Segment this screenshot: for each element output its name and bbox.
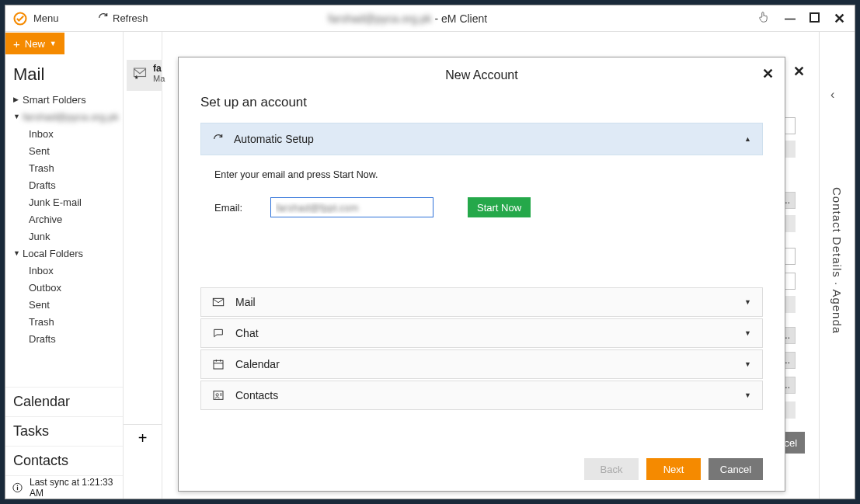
nav-tasks[interactable]: Tasks bbox=[5, 416, 123, 446]
svg-rect-3 bbox=[17, 486, 18, 489]
app-window: Menu farshad@pyca.org.pk - eM Client — ✕… bbox=[5, 5, 855, 499]
maximize-button[interactable] bbox=[810, 12, 820, 25]
section-mail[interactable]: Mail bbox=[5, 55, 123, 91]
folder-sent[interactable]: Sent bbox=[5, 142, 123, 159]
dialog-title: New Account bbox=[179, 57, 785, 87]
category-chat[interactable]: Chat ▼ bbox=[200, 318, 763, 348]
folder-junk[interactable]: Junk bbox=[5, 228, 123, 245]
minimize-button[interactable]: — bbox=[785, 12, 796, 25]
message-list: ★ fa Ma + bbox=[124, 32, 162, 499]
category-contacts[interactable]: Contacts ▼ bbox=[200, 381, 763, 410]
window-title: farshad@pyca.org.pk - eM Client bbox=[59, 12, 757, 25]
new-account-dialog: New Account ✕ Set up an account Automati… bbox=[178, 57, 785, 492]
folder-inbox[interactable]: Inbox bbox=[5, 125, 123, 142]
instruction-text: Enter your email and press Start Now. bbox=[214, 169, 763, 180]
right-sidebar-label[interactable]: Contact Details · Agenda bbox=[830, 187, 844, 334]
cancel-button[interactable]: Cancel bbox=[709, 458, 763, 480]
email-input[interactable] bbox=[270, 197, 433, 217]
calendar-icon bbox=[212, 358, 225, 370]
svg-rect-1 bbox=[810, 13, 819, 22]
chat-icon bbox=[212, 327, 225, 339]
close-button[interactable]: ✕ bbox=[834, 10, 845, 27]
svg-text:★: ★ bbox=[134, 75, 138, 80]
menu-button[interactable]: Menu bbox=[33, 12, 59, 24]
new-button[interactable]: +New▼ bbox=[5, 33, 64, 54]
category-mail[interactable]: Mail ▼ bbox=[200, 287, 763, 317]
nav-contacts[interactable]: Contacts bbox=[5, 446, 123, 475]
automatic-setup-section[interactable]: Automatic Setup ▲ bbox=[200, 123, 763, 155]
local-outbox[interactable]: Outbox bbox=[5, 279, 123, 296]
svg-point-13 bbox=[216, 394, 218, 396]
message-item[interactable]: ★ fa Ma bbox=[127, 60, 162, 91]
local-drafts[interactable]: Drafts bbox=[5, 330, 123, 347]
content-area: Refresh ★ fa Ma + s... bbox=[124, 32, 820, 499]
local-sent[interactable]: Sent bbox=[5, 296, 123, 313]
svg-rect-8 bbox=[214, 360, 223, 369]
collapse-chevron-icon[interactable]: ‹ bbox=[830, 88, 834, 102]
folder-tree: ▶Smart Folders ▼farshad@pyca.org.pk Inbo… bbox=[5, 91, 123, 347]
local-folders[interactable]: ▼Local Folders bbox=[5, 245, 123, 262]
envelope-icon: ★ bbox=[131, 64, 148, 82]
caret-up-icon: ▲ bbox=[744, 135, 751, 143]
folder-trash[interactable]: Trash bbox=[5, 159, 123, 176]
email-label: Email: bbox=[214, 202, 245, 214]
start-now-button[interactable]: Start Now bbox=[468, 197, 531, 217]
local-inbox[interactable]: Inbox bbox=[5, 262, 123, 279]
mail-icon bbox=[212, 296, 225, 308]
sidebar: +New▼ Mail ▶Smart Folders ▼farshad@pyca.… bbox=[5, 32, 124, 499]
account-node[interactable]: ▼farshad@pyca.org.pk bbox=[5, 108, 123, 125]
caret-down-icon: ▼ bbox=[744, 360, 751, 368]
local-trash[interactable]: Trash bbox=[5, 313, 123, 330]
right-sidebar: ‹ Contact Details · Agenda bbox=[820, 32, 855, 499]
nav-calendar[interactable]: Calendar bbox=[5, 387, 123, 416]
dialog-close-icon[interactable]: ✕ bbox=[762, 65, 774, 82]
back-button[interactable]: Back bbox=[584, 458, 639, 480]
bottom-nav: Calendar Tasks Contacts bbox=[5, 387, 123, 475]
folder-drafts[interactable]: Drafts bbox=[5, 176, 123, 193]
folder-junkemail[interactable]: Junk E-mail bbox=[5, 193, 123, 210]
refresh-button[interactable]: Refresh bbox=[97, 12, 148, 24]
details-close-icon[interactable]: ✕ bbox=[793, 63, 805, 80]
touch-mode-icon[interactable] bbox=[757, 10, 771, 26]
app-logo-icon bbox=[12, 10, 29, 27]
svg-rect-7 bbox=[213, 298, 223, 305]
contacts-icon bbox=[212, 389, 225, 401]
add-column-button[interactable]: + bbox=[124, 424, 162, 452]
category-calendar[interactable]: Calendar ▼ bbox=[200, 349, 763, 379]
caret-down-icon: ▼ bbox=[744, 298, 751, 306]
setup-heading: Set up an account bbox=[200, 95, 763, 110]
sync-status: Last sync at 1:21:33 AM bbox=[5, 475, 123, 499]
refresh-icon bbox=[212, 133, 225, 145]
smart-folders[interactable]: ▶Smart Folders bbox=[5, 91, 123, 108]
caret-down-icon: ▼ bbox=[744, 391, 751, 399]
caret-down-icon: ▼ bbox=[744, 329, 751, 337]
folder-archive[interactable]: Archive bbox=[5, 210, 123, 228]
svg-point-4 bbox=[17, 485, 18, 485]
next-button[interactable]: Next bbox=[646, 458, 701, 480]
